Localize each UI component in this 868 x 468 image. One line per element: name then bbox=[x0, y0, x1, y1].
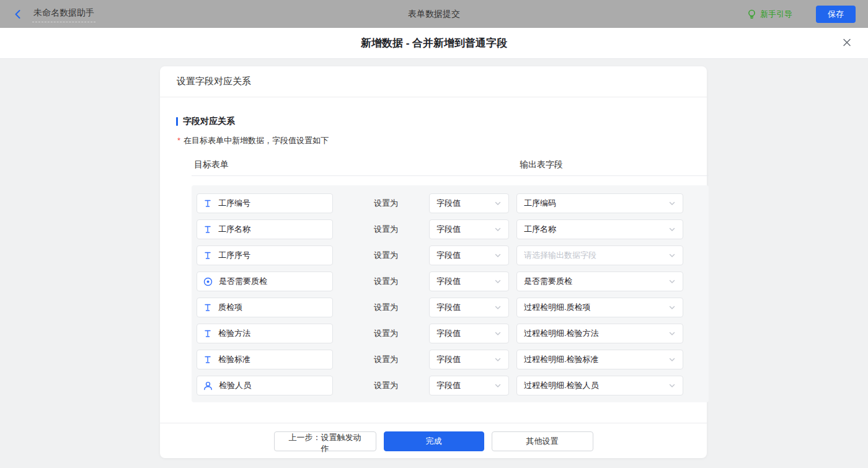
topbar-title: 表单数据提交 bbox=[408, 0, 460, 28]
output-field-select[interactable]: 工序编码 bbox=[516, 193, 683, 213]
text-field-icon bbox=[203, 303, 212, 312]
text-field-icon bbox=[203, 225, 212, 234]
guide-label: 新手引导 bbox=[760, 9, 792, 20]
column-output-fields: 输出表字段 bbox=[520, 159, 563, 170]
dialog-content: 设置字段对应关系 字段对应关系 * 在目标表单中新增数据，字段值设置如下 目标表… bbox=[0, 59, 868, 468]
operator-value: 字段值 bbox=[436, 276, 461, 287]
set-as-label: 设置为 bbox=[374, 354, 400, 365]
target-field-label: 质检项 bbox=[218, 302, 242, 313]
target-field-box[interactable]: 检验标准 bbox=[197, 350, 333, 369]
target-field-label: 检验标准 bbox=[218, 354, 250, 365]
set-as-label: 设置为 bbox=[374, 250, 400, 261]
chevron-down-icon bbox=[494, 200, 502, 207]
target-field-box[interactable]: 工序序号 bbox=[197, 245, 333, 265]
chevron-down-icon bbox=[494, 330, 502, 337]
target-field-box[interactable]: 工序编号 bbox=[197, 193, 333, 213]
field-mapping-row: 是否需要质检 设置为 字段值 是否需要质检 bbox=[197, 272, 709, 291]
operator-select[interactable]: 字段值 bbox=[429, 298, 509, 317]
chevron-down-icon bbox=[494, 356, 502, 363]
operator-select[interactable]: 字段值 bbox=[429, 193, 509, 213]
done-button[interactable]: 完成 bbox=[384, 431, 484, 451]
chevron-down-icon bbox=[668, 356, 676, 363]
chevron-down-icon bbox=[668, 330, 676, 337]
section-title: 字段对应关系 bbox=[176, 116, 691, 127]
chevron-down-icon bbox=[668, 226, 676, 233]
save-button[interactable]: 保存 bbox=[816, 6, 856, 23]
set-as-label: 设置为 bbox=[374, 302, 400, 313]
operator-select[interactable]: 字段值 bbox=[429, 219, 509, 239]
operator-select[interactable]: 字段值 bbox=[429, 272, 509, 291]
operator-value: 字段值 bbox=[436, 250, 461, 261]
target-field-box[interactable]: 工序名称 bbox=[197, 219, 333, 239]
card-header-title: 设置字段对应关系 bbox=[160, 66, 707, 97]
target-field-label: 检验方法 bbox=[218, 328, 250, 339]
operator-value: 字段值 bbox=[436, 302, 461, 313]
user-field-icon bbox=[203, 381, 213, 391]
output-field-value: 过程检明细.检验人员 bbox=[524, 380, 599, 391]
field-mapping-row: 检验方法 设置为 字段值 过程检明细.检验方法 bbox=[197, 324, 709, 343]
card-footer: 上一步：设置触发动作 完成 其他设置 bbox=[160, 423, 707, 458]
field-mapping-panel: 工序编号 设置为 字段值 工序编码 bbox=[192, 185, 709, 402]
output-field-select[interactable]: 过程检明细.检验人员 bbox=[516, 376, 683, 395]
chevron-down-icon bbox=[668, 252, 676, 259]
output-field-select[interactable]: 过程检明细.质检项 bbox=[516, 298, 683, 317]
operator-value: 字段值 bbox=[436, 224, 461, 235]
chevron-down-icon bbox=[668, 382, 676, 389]
target-field-box[interactable]: 质检项 bbox=[197, 298, 333, 317]
back-chevron-icon bbox=[12, 9, 24, 20]
field-mapping-row: 检验人员 设置为 字段值 过程检明细.检验人员 bbox=[197, 376, 709, 395]
output-field-select[interactable]: 工序名称 bbox=[516, 219, 683, 239]
beginner-guide-link[interactable]: 新手引导 bbox=[747, 9, 792, 20]
text-field-icon bbox=[203, 355, 212, 364]
text-field-icon bbox=[203, 199, 212, 208]
operator-value: 字段值 bbox=[436, 380, 461, 391]
chevron-down-icon bbox=[494, 226, 502, 233]
target-field-box[interactable]: 是否需要质检 bbox=[197, 272, 333, 291]
description-text: 在目标表单中新增数据，字段值设置如下 bbox=[184, 135, 329, 146]
output-field-select[interactable]: 请选择输出数据字段 bbox=[516, 245, 683, 265]
field-mapping-row: 工序名称 设置为 字段值 工序名称 bbox=[197, 219, 709, 239]
chevron-down-icon bbox=[668, 304, 676, 311]
operator-select[interactable]: 字段值 bbox=[429, 245, 509, 265]
target-field-box[interactable]: 检验方法 bbox=[197, 324, 333, 343]
section-description: * 在目标表单中新增数据，字段值设置如下 bbox=[177, 135, 691, 146]
other-settings-button[interactable]: 其他设置 bbox=[492, 431, 593, 451]
assistant-name-input[interactable]: 未命名数据助手 bbox=[32, 6, 95, 22]
output-field-value: 工序名称 bbox=[524, 224, 556, 235]
required-asterisk: * bbox=[177, 136, 180, 145]
output-field-select[interactable]: 过程检明细.检验方法 bbox=[516, 324, 683, 343]
text-field-icon bbox=[203, 251, 212, 260]
operator-select[interactable]: 字段值 bbox=[429, 324, 509, 343]
target-field-box[interactable]: 检验人员 bbox=[197, 376, 333, 395]
output-field-select[interactable]: 是否需要质检 bbox=[516, 272, 683, 291]
prev-step-button[interactable]: 上一步：设置触发动作 bbox=[274, 431, 376, 451]
target-field-label: 工序名称 bbox=[218, 224, 250, 235]
columns-divider bbox=[192, 175, 709, 176]
columns-header: 目标表单 输出表字段 bbox=[176, 159, 691, 170]
output-field-select[interactable]: 过程检明细.检验标准 bbox=[516, 350, 683, 369]
dialog-title: 新增数据 - 合并新增到普通字段 bbox=[361, 36, 507, 50]
output-field-value: 过程检明细.质检项 bbox=[524, 302, 591, 313]
chevron-down-icon bbox=[668, 200, 676, 207]
dialog-header: 新增数据 - 合并新增到普通字段 bbox=[0, 28, 868, 59]
output-field-value: 工序编码 bbox=[524, 198, 556, 209]
chevron-down-icon bbox=[494, 252, 502, 259]
set-as-label: 设置为 bbox=[374, 198, 400, 209]
chevron-down-icon bbox=[668, 278, 676, 285]
target-field-label: 检验人员 bbox=[219, 380, 251, 391]
close-icon[interactable] bbox=[842, 37, 852, 49]
target-field-label: 工序编号 bbox=[218, 198, 250, 209]
operator-value: 字段值 bbox=[436, 328, 461, 339]
output-field-value: 是否需要质检 bbox=[524, 276, 572, 287]
section-accent-bar bbox=[176, 117, 178, 126]
output-field-value: 请选择输出数据字段 bbox=[524, 250, 596, 261]
back-button[interactable] bbox=[12, 9, 24, 20]
operator-select[interactable]: 字段值 bbox=[429, 376, 509, 395]
set-as-label: 设置为 bbox=[374, 328, 400, 339]
operator-select[interactable]: 字段值 bbox=[429, 350, 509, 369]
target-field-label: 是否需要质检 bbox=[219, 276, 267, 287]
field-mapping-row: 质检项 设置为 字段值 过程检明细.质检项 bbox=[197, 298, 709, 317]
output-field-value: 过程检明细.检验方法 bbox=[524, 328, 599, 339]
field-mapping-row: 工序序号 设置为 字段值 请选择输出数据字段 bbox=[197, 245, 709, 265]
target-field-label: 工序序号 bbox=[218, 250, 250, 261]
